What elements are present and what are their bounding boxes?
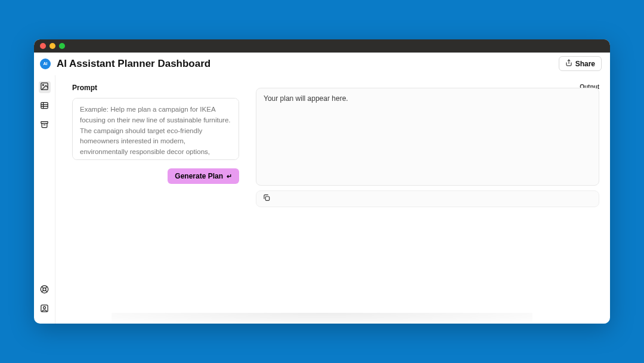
app-logo: AI: [40, 59, 51, 69]
sidebar-item-archive[interactable]: [39, 119, 51, 131]
content: Prompt Generate Plan ↵ Output Your plan …: [55, 75, 610, 324]
sidebar-item-help[interactable]: [39, 284, 51, 296]
svg-line-13: [45, 287, 47, 288]
sidebar-item-table[interactable]: [39, 100, 51, 112]
prompt-label: Prompt: [72, 84, 239, 92]
copy-icon[interactable]: [262, 193, 271, 204]
output-box: Your plan will appear here.: [256, 88, 599, 186]
share-icon: [565, 59, 572, 68]
enter-key-icon: ↵: [227, 173, 232, 180]
output-placeholder: Your plan will appear here.: [264, 94, 348, 103]
image-icon: [40, 82, 49, 93]
svg-rect-17: [265, 196, 269, 200]
table-icon: [40, 101, 49, 112]
output-panel: Output Your plan will appear here.: [256, 84, 599, 324]
page-title: AI Assistant Planner Dashboard: [57, 58, 559, 70]
maximize-window-button[interactable]: [59, 43, 65, 49]
svg-rect-3: [41, 102, 48, 108]
output-footer: [256, 190, 599, 207]
share-button[interactable]: Share: [559, 56, 602, 71]
generate-row: Generate Plan ↵: [72, 168, 239, 184]
share-button-label: Share: [575, 60, 595, 68]
header: AI AI Assistant Planner Dashboard Share: [34, 53, 610, 75]
sidebar: [34, 75, 55, 324]
svg-line-11: [42, 287, 44, 288]
sidebar-item-profile[interactable]: [39, 303, 51, 315]
svg-line-12: [45, 290, 47, 292]
generate-plan-button[interactable]: Generate Plan ↵: [168, 168, 239, 184]
sidebar-bottom: [39, 284, 51, 324]
app-window: AI AI Assistant Planner Dashboard Share: [34, 39, 610, 324]
main-body: Prompt Generate Plan ↵ Output Your plan …: [34, 75, 610, 324]
svg-point-2: [42, 84, 44, 85]
titlebar: [34, 39, 610, 53]
prompt-panel: Prompt Generate Plan ↵: [72, 84, 239, 324]
archive-icon: [40, 120, 49, 131]
prompt-input[interactable]: [72, 98, 239, 160]
svg-point-16: [44, 306, 46, 309]
generate-plan-label: Generate Plan: [175, 172, 223, 180]
minimize-window-button[interactable]: [49, 43, 55, 49]
svg-line-14: [42, 290, 44, 292]
help-icon: [40, 285, 49, 296]
sidebar-item-image[interactable]: [39, 81, 51, 93]
svg-rect-7: [41, 121, 48, 123]
close-window-button[interactable]: [40, 43, 46, 49]
user-icon: [40, 304, 49, 315]
